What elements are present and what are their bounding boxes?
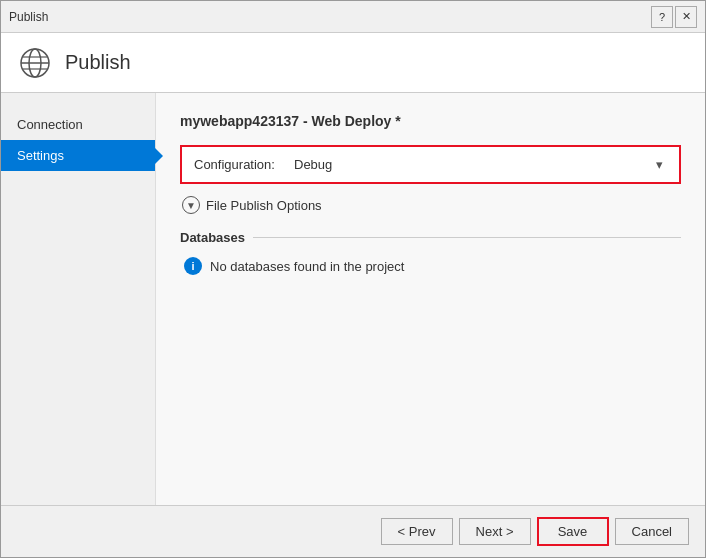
configuration-group: Configuration: Debug Release [180, 145, 681, 184]
configuration-select-wrapper: Debug Release [294, 157, 667, 172]
footer: < Prev Next > Save Cancel [1, 505, 705, 557]
content-area: Connection Settings mywebapp423137 - Web… [1, 93, 705, 505]
databases-title: Databases [180, 230, 245, 245]
sidebar-item-settings-label: Settings [17, 148, 64, 163]
configuration-select[interactable]: Debug Release [294, 157, 667, 172]
next-button[interactable]: Next > [459, 518, 531, 545]
dialog-title: Publish [9, 10, 651, 24]
sidebar-item-settings[interactable]: Settings [1, 140, 155, 171]
configuration-label: Configuration: [194, 157, 294, 172]
title-bar-controls: ? ✕ [651, 6, 697, 28]
sidebar-item-connection[interactable]: Connection [1, 109, 155, 140]
no-databases-row: i No databases found in the project [180, 257, 681, 275]
file-publish-row[interactable]: ▼ File Publish Options [180, 196, 681, 214]
sidebar-item-connection-label: Connection [17, 117, 83, 132]
info-icon: i [184, 257, 202, 275]
help-button[interactable]: ? [651, 6, 673, 28]
no-databases-text: No databases found in the project [210, 259, 404, 274]
globe-icon [17, 45, 53, 81]
main-panel: mywebapp423137 - Web Deploy * Configurat… [156, 93, 705, 505]
chevron-down-icon: ▼ [182, 196, 200, 214]
header-section: Publish [1, 33, 705, 93]
close-button[interactable]: ✕ [675, 6, 697, 28]
sidebar: Connection Settings [1, 93, 156, 505]
publish-dialog: Publish ? ✕ Publish Connection Setting [0, 0, 706, 558]
title-bar: Publish ? ✕ [1, 1, 705, 33]
save-button[interactable]: Save [537, 517, 609, 546]
header-title: Publish [65, 51, 131, 74]
file-publish-label: File Publish Options [206, 198, 322, 213]
databases-header: Databases [180, 230, 681, 245]
databases-section: Databases i No databases found in the pr… [180, 230, 681, 275]
databases-divider [253, 237, 681, 238]
cancel-button[interactable]: Cancel [615, 518, 689, 545]
prev-button[interactable]: < Prev [381, 518, 453, 545]
deploy-title: mywebapp423137 - Web Deploy * [180, 113, 681, 129]
